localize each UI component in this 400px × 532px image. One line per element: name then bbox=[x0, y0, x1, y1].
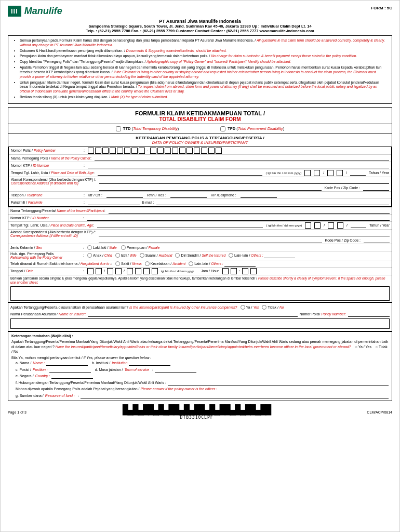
owner-name-input[interactable] bbox=[95, 155, 389, 161]
tgl-y1[interactable] bbox=[127, 268, 133, 274]
tpd-checkbox-item: TPD (Total Permanent Disability) bbox=[220, 126, 284, 131]
yes-radio[interactable] bbox=[241, 305, 245, 310]
address-input-1[interactable] bbox=[99, 178, 389, 184]
jam-m2[interactable] bbox=[250, 268, 257, 274]
section1-header: KETERANGAN PEMEGANG POLIS & TERTANGGUNG/… bbox=[8, 134, 392, 147]
tgl-d2[interactable] bbox=[96, 268, 102, 274]
wife-radio[interactable] bbox=[115, 253, 120, 258]
illness-label: Sakit / Illness bbox=[121, 262, 142, 265]
pn-box-9[interactable] bbox=[150, 148, 156, 154]
insured-kode-pos-input[interactable] bbox=[364, 237, 390, 243]
pn-box-4[interactable] bbox=[110, 148, 116, 154]
month-box1[interactable] bbox=[327, 170, 334, 176]
female-radio[interactable] bbox=[121, 245, 126, 250]
pn-box-1[interactable] bbox=[88, 148, 94, 154]
self-radio[interactable] bbox=[175, 253, 180, 258]
i-mon1[interactable] bbox=[328, 222, 334, 229]
rmh-input[interactable] bbox=[170, 192, 207, 198]
pn-box-8[interactable] bbox=[139, 148, 145, 154]
email-input[interactable] bbox=[156, 200, 389, 205]
pn-box-3[interactable] bbox=[102, 148, 109, 154]
pn-box-15[interactable] bbox=[194, 148, 200, 154]
husband-radio[interactable] bbox=[140, 253, 144, 258]
husband-label: Suami / Husband bbox=[145, 254, 172, 257]
insured-address-1[interactable] bbox=[99, 230, 390, 236]
pn-box-7[interactable] bbox=[131, 148, 138, 154]
policy-number-label: Nomor Polis / Policy Number bbox=[11, 149, 84, 152]
policy-num-input[interactable] bbox=[348, 311, 390, 317]
pn-box-16[interactable] bbox=[201, 148, 207, 154]
desc-textarea[interactable] bbox=[10, 286, 390, 301]
relationship-input[interactable] bbox=[168, 380, 389, 385]
hp-label: HP /Cellphone : bbox=[211, 193, 236, 197]
other2-radio[interactable] bbox=[189, 261, 193, 266]
insured-ktp-input[interactable] bbox=[87, 215, 390, 221]
pn-box-2[interactable] bbox=[95, 148, 101, 154]
ktr-input[interactable] bbox=[106, 192, 143, 198]
illness-radio[interactable] bbox=[115, 261, 120, 266]
jam-h1[interactable] bbox=[222, 268, 229, 274]
jam-h2[interactable] bbox=[231, 268, 237, 274]
field-f: f. Hubungan dengan Tertanggung/Peserta/P… bbox=[16, 380, 389, 386]
no-radio[interactable] bbox=[262, 305, 266, 310]
pn-box-12[interactable] bbox=[172, 148, 178, 154]
position-input[interactable] bbox=[49, 367, 91, 373]
tgl-d1[interactable] bbox=[87, 268, 94, 274]
others-input[interactable] bbox=[264, 252, 295, 258]
pn-box-5[interactable] bbox=[117, 148, 123, 154]
pn-box-17[interactable] bbox=[208, 148, 215, 154]
date-fields: / / tgl bln thn / dd mm yyyy Jam / Hour … bbox=[87, 268, 257, 274]
hp-input[interactable] bbox=[241, 192, 277, 198]
i-year[interactable] bbox=[351, 222, 366, 228]
name-input[interactable] bbox=[46, 361, 88, 366]
faks-input[interactable] bbox=[88, 200, 140, 205]
institution-input[interactable] bbox=[129, 361, 170, 366]
field-g: g. Sumber dana /Resource of fund : : bbox=[16, 393, 389, 399]
ttd-checkbox[interactable] bbox=[116, 126, 121, 131]
insured-name-input[interactable] bbox=[109, 208, 390, 214]
section1-title-id: KETERANGAN PEMEGANG POLIS & TERTANGGUNG/… bbox=[10, 136, 390, 140]
tgl-y2[interactable] bbox=[135, 268, 141, 274]
others-label: Lain-lain / Others : bbox=[234, 254, 263, 257]
kode-pos-input[interactable] bbox=[363, 185, 389, 191]
insured-kode-pos-label: Kode Pos / Zip Code : bbox=[325, 238, 361, 242]
month-box2[interactable] bbox=[337, 170, 343, 176]
tgl-y4[interactable] bbox=[152, 268, 158, 274]
field-e: e. Negara /Country : bbox=[16, 374, 93, 379]
male-radio[interactable] bbox=[87, 245, 92, 250]
insured-address-2[interactable] bbox=[99, 237, 322, 243]
child-radio[interactable] bbox=[87, 253, 92, 258]
insured-birthplace-input[interactable] bbox=[97, 222, 263, 228]
ktp-row: Nomor KTP / ID Number : bbox=[9, 162, 391, 169]
year-input[interactable] bbox=[350, 170, 366, 176]
pn-box-14[interactable] bbox=[186, 148, 193, 154]
jam-m1[interactable] bbox=[242, 268, 248, 274]
i-mon2[interactable] bbox=[337, 222, 343, 229]
tahun-label: Tahun / Year bbox=[369, 171, 389, 175]
insurer-name-input[interactable] bbox=[88, 311, 297, 317]
ktp-input[interactable] bbox=[88, 163, 389, 168]
country-input[interactable] bbox=[51, 374, 93, 379]
pn-box-6[interactable] bbox=[124, 148, 130, 154]
pn-box-11[interactable] bbox=[165, 148, 171, 154]
address-input-2[interactable] bbox=[99, 185, 322, 191]
pn-box-13[interactable] bbox=[179, 148, 185, 154]
other2-input[interactable] bbox=[224, 261, 256, 267]
i-day2[interactable] bbox=[314, 222, 321, 229]
other-insurance-notes[interactable] bbox=[10, 318, 390, 329]
birthplace-input[interactable] bbox=[98, 170, 262, 176]
term-input[interactable] bbox=[155, 367, 196, 373]
resource-input[interactable] bbox=[81, 393, 389, 398]
pn-box-10[interactable] bbox=[157, 148, 164, 154]
pn-box-18[interactable] bbox=[216, 148, 222, 154]
tgl-m2[interactable] bbox=[115, 268, 122, 274]
tpd-checkbox[interactable] bbox=[220, 126, 225, 131]
day-box1[interactable] bbox=[304, 170, 311, 176]
day-box2[interactable] bbox=[314, 170, 320, 176]
accident-radio[interactable] bbox=[145, 261, 150, 266]
i-day1[interactable] bbox=[305, 222, 311, 229]
faks-email-row: E-mail : bbox=[88, 200, 389, 205]
tgl-y3[interactable] bbox=[143, 268, 150, 274]
others-radio[interactable] bbox=[229, 253, 233, 258]
tgl-m1[interactable] bbox=[107, 268, 113, 274]
